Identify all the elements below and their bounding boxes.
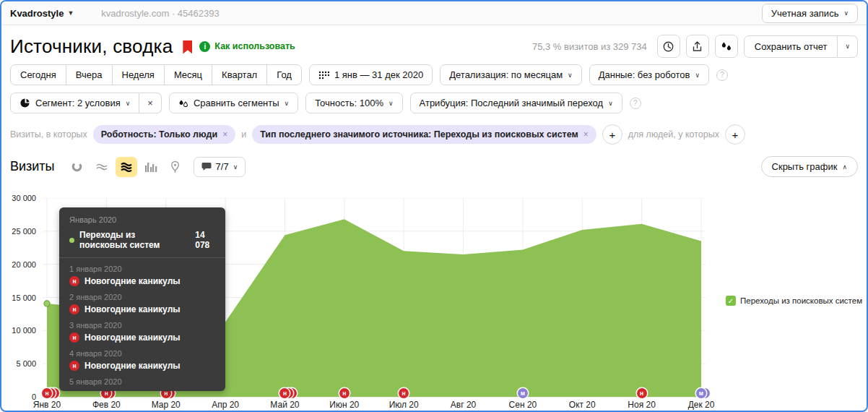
segment-clear-button[interactable]: × <box>139 93 162 113</box>
info-icon: i <box>199 41 210 52</box>
add-condition-button[interactable]: + <box>602 124 622 145</box>
chip-remove-icon[interactable]: × <box>583 129 589 140</box>
chevron-up-icon: ∧ <box>842 163 847 171</box>
topbar: Kvadrostyle ▼ kvadrostyle.com · 45462393… <box>1 1 867 25</box>
highlighted-point <box>44 301 50 306</box>
x-axis-label: Янв 20 <box>24 400 70 410</box>
metric-label: Визиты <box>10 159 55 174</box>
area-chart-icon <box>120 162 133 172</box>
help-icon[interactable]: ? <box>716 69 728 81</box>
preset-button[interactable]: Вчера <box>66 64 113 85</box>
add-condition-button[interactable]: + <box>725 124 745 145</box>
data-mode-select[interactable]: Данные: без роботов ∨ <box>589 64 709 85</box>
calendar-dots-icon <box>318 70 329 80</box>
map-pin-icon <box>170 160 181 173</box>
chart-controls-row: Визиты 7/7 ∨ Скрыть график ∧ <box>1 156 867 177</box>
preset-button[interactable]: Неделя <box>112 64 165 85</box>
chevron-down-icon: ∨ <box>845 43 850 50</box>
chevron-down-icon: ∨ <box>695 72 700 79</box>
chart-type-line-button[interactable] <box>91 157 113 177</box>
clock-icon <box>662 40 674 53</box>
filter-suffix-label: для людей, у которых <box>628 129 719 140</box>
export-button[interactable] <box>686 35 709 58</box>
y-axis-label: 20 000 <box>1 260 36 269</box>
history-button[interactable] <box>657 35 680 58</box>
how-to-use-link[interactable]: Как использовать <box>214 41 295 51</box>
chevron-down-icon: ∨ <box>285 100 290 107</box>
preset-button[interactable]: Месяц <box>164 64 212 85</box>
x-axis-label: Ноя 20 <box>619 400 665 410</box>
attribution-select[interactable]: Атрибуция: Последний значимый переход ∨ <box>410 93 622 113</box>
holiday-badge-icon: н <box>69 276 79 286</box>
x-axis-label: Авг 20 <box>440 400 487 410</box>
event-marker[interactable]: м <box>518 388 537 399</box>
tooltip-event-date: 2 января 2020 <box>69 293 215 301</box>
x-axis-label: Июн 20 <box>321 400 368 410</box>
event-marker[interactable]: м <box>696 388 715 399</box>
save-report-dropdown[interactable]: ∨ <box>838 35 858 58</box>
y-axis-label: 5 000 <box>1 359 36 368</box>
filter-chip[interactable]: Роботность: Только люди× <box>93 125 235 144</box>
y-axis-label: 25 000 <box>1 227 36 236</box>
metrica-window: Kvadrostyle ▼ kvadrostyle.com · 45462393… <box>0 0 868 412</box>
event-marker[interactable]: н <box>279 388 298 399</box>
period-presets: СегодняВчераНеделяМесяцКварталГод <box>10 64 302 85</box>
accuracy-select[interactable]: Точность: 100% ∨ <box>305 93 402 113</box>
save-report-button[interactable]: Сохранить отчет <box>744 35 838 58</box>
legend-checkbox[interactable]: ✓ <box>726 296 736 306</box>
event-marker[interactable]: н <box>339 388 358 399</box>
y-axis-label: 15 000 <box>1 293 36 302</box>
chart-type-map-button[interactable] <box>165 157 186 177</box>
segment-label: Сегмент: 2 условия <box>35 98 121 108</box>
event-marker[interactable]: н <box>399 388 417 399</box>
chart-legend[interactable]: ✓ Переходы из поисковых систем <box>726 296 862 306</box>
two-drops-icon <box>721 40 732 52</box>
tooltip-series-value: 14 078 <box>195 230 215 250</box>
donut-chart-icon <box>71 160 83 173</box>
date-range-button[interactable]: 1 янв — 31 дек 2020 <box>309 64 433 85</box>
hide-chart-label: Скрыть график <box>772 161 838 172</box>
hide-chart-button[interactable]: Скрыть график ∧ <box>761 156 858 177</box>
tooltip-event-date: 3 января 2020 <box>69 321 215 330</box>
account-menu-button[interactable]: Учетная запись ∨ <box>762 4 858 23</box>
segment-select[interactable]: Сегмент: 2 условия ∨ <box>10 93 139 113</box>
filter-chip[interactable]: Тип последнего значимого источника: Пере… <box>252 125 596 144</box>
line-chart-icon <box>95 162 108 172</box>
annotations-button[interactable]: 7/7 ∨ <box>194 157 246 177</box>
tooltip-series-name: Переходы из поисковых систем <box>79 230 184 250</box>
chart-type-pie-button[interactable] <box>66 157 88 177</box>
compare-segments-label: Сравнить сегменты <box>194 98 279 108</box>
chip-remove-icon[interactable]: × <box>222 129 227 140</box>
compare-segments-button[interactable]: Сравнить сегменты ∨ <box>169 93 298 113</box>
chevron-down-icon: ∨ <box>389 100 394 107</box>
chart-type-bar-button[interactable] <box>140 157 162 177</box>
visits-share-text: 75,3 % визитов из 329 734 <box>532 41 647 52</box>
filter-chips-row: Визиты, в которыхРоботность: Только люди… <box>1 124 867 145</box>
preset-button[interactable]: Сегодня <box>10 64 66 85</box>
chevron-down-icon: ▼ <box>67 9 74 17</box>
event-marker[interactable]: н <box>637 388 656 399</box>
detail-select[interactable]: Детализация: по месяцам ∨ <box>440 64 581 85</box>
filter-chip-label: Тип последнего значимого источника: Пере… <box>260 129 578 140</box>
chart-tooltip: Январь 2020 Переходы из поисковых систем… <box>59 207 225 391</box>
preset-button[interactable]: Квартал <box>212 64 267 85</box>
counter-meta: kvadrostyle.com · 45462393 <box>101 8 219 19</box>
bookmark-icon[interactable] <box>183 40 192 54</box>
holiday-badge-icon: н <box>69 361 79 371</box>
chart-area[interactable]: Январь 2020 Переходы из поисковых систем… <box>1 196 867 412</box>
event-marker-circle: н <box>399 388 409 398</box>
event-marker[interactable]: н <box>42 388 61 399</box>
annotations-count: 7/7 <box>216 161 229 172</box>
x-axis-label: Май 20 <box>261 400 308 410</box>
help-icon[interactable]: ? <box>630 98 641 109</box>
chevron-down-icon: ∨ <box>568 72 573 79</box>
preset-button[interactable]: Год <box>266 64 302 85</box>
compare-data-button[interactable] <box>715 35 738 58</box>
counter-selector[interactable]: Kvadrostyle ▼ <box>10 8 74 19</box>
export-icon <box>691 40 703 53</box>
date-range-label: 1 янв — 31 дек 2020 <box>334 69 423 80</box>
y-axis-label: 10 000 <box>1 326 36 335</box>
chart-type-area-button[interactable] <box>116 157 137 177</box>
tooltip-event-label: Новогодние каникулы <box>84 361 181 371</box>
page-title: Источники, сводка <box>10 35 173 58</box>
